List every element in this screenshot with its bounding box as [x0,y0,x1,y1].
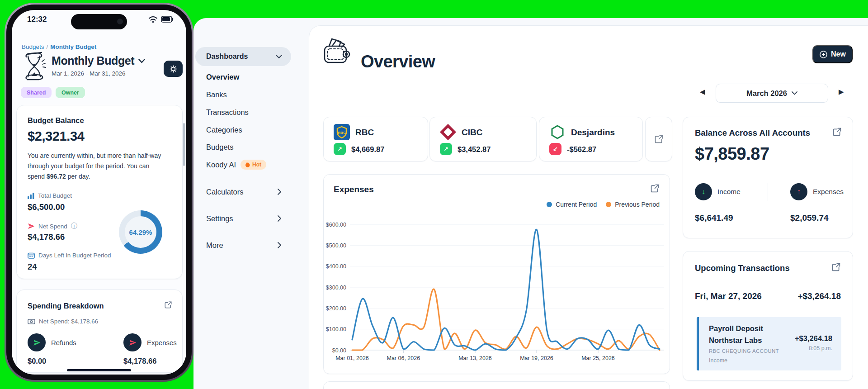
balance-expand-button[interactable] [832,127,842,137]
total-balance: $7,859.87 [695,144,769,164]
upcoming-expand-button[interactable] [831,262,841,272]
legend-dot-blue [547,202,552,207]
chart-expand-button[interactable] [650,184,660,193]
gear-icon [170,65,177,73]
divider [768,183,768,201]
month-selector[interactable]: March 2026 [716,84,828,103]
paper-plane-icon [33,339,41,346]
budget-title: Monthly Budget [52,54,134,67]
refunds-value: $0.00 [28,357,46,365]
bank-name: Desjardins [571,128,615,138]
bank-name: CIBC [462,128,482,138]
legend-item-current-period[interactable]: Current Period [547,201,597,208]
chart-title: Expenses [334,185,374,194]
expenses-value: $2,059.74 [790,213,829,223]
sidebar-item-label: Transactions [206,108,249,117]
info-icon[interactable]: ⓘ [71,222,77,230]
donut-percent-label: 64.29% [129,228,152,236]
chevron-right-icon [278,215,281,222]
net-spend-summary-row: Net Spend: $4,178.66 [28,318,98,325]
page-title: Overview [361,52,435,71]
bank-card-desjardins[interactable]: Desjardins ↙ -$562.87 [539,117,643,161]
refunds-label: Refunds [51,339,76,346]
chevron-right-icon [278,242,281,248]
flame-icon [245,162,250,167]
budget-balance-title: Budget Balance [28,116,84,125]
spending-breakdown-expand-button[interactable] [164,301,172,309]
transaction-group-total: +$3,264.18 [797,291,841,301]
svg-text:$500.00: $500.00 [326,242,346,249]
svg-text:$200.00: $200.00 [326,305,346,312]
bank-name: RBC [355,128,374,138]
hot-badge: Hot [241,160,266,170]
legend-dot-orange [606,202,611,207]
svg-text:RBC: RBC [338,131,346,135]
transaction-category: Income [709,357,727,364]
sidebar-item-settings[interactable]: Settings [206,213,297,224]
bank-balance: -$562.87 [567,145,596,154]
sidebar-item-calculators[interactable]: Calculators [206,186,297,198]
sidebar-group-dashboards[interactable]: Dashboards [195,47,291,66]
net-spend-value: $4,178.66 [28,232,65,242]
total-budget-label: Total Budget [38,192,72,199]
wifi-icon [148,16,158,23]
chart-legend: Current Period Previous Period [547,201,660,208]
legend-item-previous-period[interactable]: Previous Period [606,201,660,208]
trend-up-icon: ↗ [334,143,346,155]
sidebar-item-overview[interactable]: Overview [206,71,297,83]
previous-month-arrow[interactable]: ◀ [700,88,705,96]
bank-card-cibc[interactable]: CIBC ↗ $3,452.87 [429,117,537,161]
svg-text:Mar 06, 2026: Mar 06, 2026 [387,355,420,361]
total-budget-row: Total Budget [28,192,72,199]
camera-dot [117,19,123,24]
status-bar-time: 12:32 [27,15,47,24]
next-month-arrow[interactable]: ▶ [839,88,844,96]
new-button[interactable]: New [812,45,853,63]
expand-accounts-card[interactable] [645,117,672,161]
expenses-label: Expenses [147,339,177,346]
chevron-down-icon [792,91,797,95]
days-left-value: 24 [28,262,37,272]
next-card-peek [323,381,670,389]
dynamic-island [71,14,127,29]
total-budget-value: $6,500.00 [28,202,65,212]
sidebar-item-banks[interactable]: Banks [206,89,297,100]
upcoming-transactions-card: Upcoming Transactions Fri, Mar 27, 2026 … [683,251,853,381]
balance-across-accounts-card: Balance Across All Accounts $7,859.87 ↓ … [683,117,853,238]
spending-breakdown-card: Spending Breakdown Net Spend: $4,178.66 … [16,289,183,373]
transaction-row[interactable]: Payroll Deposit Northstar Labs RBC CHEQU… [697,317,841,370]
svg-text:$600.00: $600.00 [326,222,346,228]
sidebar-item-transactions[interactable]: Transactions [206,106,297,118]
breadcrumb-current[interactable]: Monthly Budget [50,43,96,50]
budget-progress-donut: 64.29% [119,210,162,254]
breadcrumb-budgets-link[interactable]: Budgets [22,43,44,50]
expenses-arrow-up-icon: ↑ [790,183,807,200]
budget-date-range: Mar 1, 2026 - Mar 31, 2026 [52,70,126,77]
transaction-title: Payroll Deposit [709,324,763,333]
phone-bezel: 12:32 Budgets/Monthly Budget Monthly Bud… [6,5,192,380]
paper-plane-icon [129,339,137,346]
sidebar-item-label: Overview [206,73,239,81]
phone-scrollbar[interactable] [183,123,185,166]
sidebar-item-label: More [206,241,223,250]
sidebar-item-categories[interactable]: Categories [206,124,297,136]
shared-badge: Shared [21,87,52,98]
net-spend-row: Net Spend ⓘ [28,222,77,230]
budget-title-dropdown[interactable]: Monthly Budget [52,54,145,67]
svg-text:$0.00: $0.00 [332,347,346,354]
sidebar-item-budgets[interactable]: Budgets [206,141,297,153]
phone-screen: 12:32 Budgets/Monthly Budget Monthly Bud… [12,10,186,375]
budget-settings-button[interactable] [164,61,183,77]
expenses-label: Expenses [813,188,844,196]
bank-balance: $3,452.87 [458,145,491,154]
sidebar-item-koody-ai[interactable]: Koody AIHot [206,159,297,171]
transaction-group-date: Fri, Mar 27, 2026 [695,291,762,301]
bank-card-rbc[interactable]: RBC RBC ↗ $4,669.87 [323,117,428,161]
svg-text:Mar 13, 2026: Mar 13, 2026 [458,355,492,361]
battery-icon [161,16,174,23]
sidebar-item-more[interactable]: More [206,239,297,251]
chevron-down-icon [276,55,282,59]
external-link-icon [832,127,842,137]
trend-up-icon: ↗ [440,143,452,155]
external-link-icon [654,134,664,144]
